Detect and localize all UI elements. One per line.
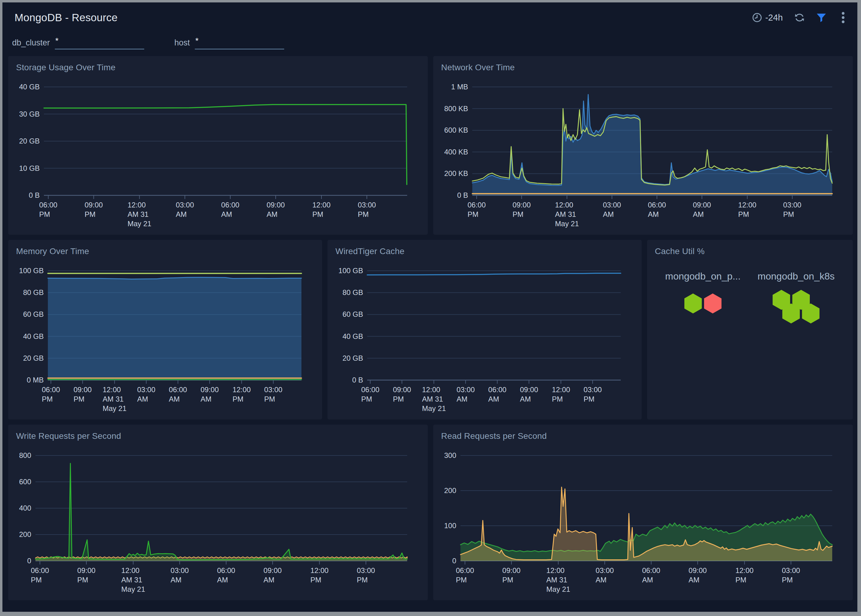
hex-group: mongodb_on_p...	[665, 271, 740, 415]
y-axis-label: 80 GB	[23, 288, 44, 297]
y-axis-label: 80 GB	[342, 288, 363, 297]
x-axis-label: 06:00AM	[217, 566, 235, 585]
kebab-menu-icon[interactable]	[838, 13, 848, 23]
hex-group-label: mongodb_on_k8s	[758, 271, 835, 282]
x-axis-label: 09:00AM	[267, 200, 285, 219]
panel-grid: Storage Usage Over Time 40 GB30 GB20 GB1…	[2, 52, 857, 600]
x-axis-label: 03:00PM	[782, 566, 800, 585]
panel-read-requests: Read Requests per Second 300200100006:00…	[433, 424, 853, 600]
x-axis-label: 06:00PM	[456, 566, 474, 585]
y-axis-label: 800	[19, 451, 31, 460]
y-axis-label: 40 GB	[342, 332, 363, 341]
x-axis-label: 12:00AM 31May 21	[555, 200, 579, 228]
write-requests-chart[interactable]: 800600400200006:00PM09:00PM12:00AM 31May…	[15, 443, 421, 596]
panel-cache-util: Cache Util % mongodb_on_p...mongodb_on_k…	[647, 240, 853, 420]
time-range-button[interactable]: -24h	[752, 13, 783, 23]
x-axis-label: 12:00PM	[552, 385, 570, 404]
x-axis-label: 03:00AM	[456, 385, 475, 404]
x-axis-label: 12:00PM	[735, 566, 754, 585]
filter-db-cluster-input[interactable]: *	[55, 36, 144, 49]
panel-title-storage: Storage Usage Over Time	[15, 61, 421, 72]
x-axis-label: 09:00AM	[520, 385, 538, 404]
x-axis-label: 09:00PM	[393, 385, 411, 404]
y-axis-label: 100 GB	[338, 266, 363, 275]
filter-db-cluster: db_cluster *	[12, 36, 144, 49]
read-requests-chart[interactable]: 300200100006:00PM09:00PM12:00AM 31May 21…	[440, 443, 846, 596]
dashboard-header: MongoDB - Resource -24h	[2, 2, 857, 33]
x-axis-label: 09:00PM	[74, 385, 92, 404]
hex-group: mongodb_on_k8s	[758, 271, 835, 415]
x-axis-label: 03:00AM	[137, 385, 156, 404]
y-axis-label: 600 KB	[444, 126, 468, 135]
panel-title-network: Network Over Time	[440, 61, 846, 72]
x-axis-label: 06:00PM	[42, 385, 60, 404]
x-axis-label: 06:00PM	[39, 200, 57, 219]
y-axis-label: 100 GB	[19, 266, 44, 275]
x-axis-label: 09:00PM	[77, 566, 95, 585]
panel-title-wiredtiger: WiredTiger Cache	[334, 245, 635, 256]
memory-chart[interactable]: 100 GB80 GB60 GB40 GB20 GB0 MB06:00PM09:…	[15, 258, 315, 415]
x-axis-label: 12:00PM	[312, 200, 331, 219]
panel-title-read-requests: Read Requests per Second	[440, 429, 846, 441]
panel-memory: Memory Over Time 100 GB80 GB60 GB40 GB20…	[8, 240, 322, 420]
y-axis-label: 200 KB	[444, 169, 468, 178]
x-axis-label: 12:00AM 31May 21	[127, 200, 151, 228]
filter-db-cluster-label: db_cluster	[12, 38, 50, 49]
hexagon-cell[interactable]	[704, 294, 722, 313]
panel-write-requests: Write Requests per Second 80060040020000…	[8, 424, 428, 600]
refresh-icon[interactable]	[794, 13, 805, 23]
y-axis-label: 0 MB	[27, 376, 44, 385]
x-axis-label: 03:00PM	[264, 385, 282, 404]
y-axis-label: 300	[444, 451, 456, 460]
x-axis-label: 09:00AM	[689, 566, 707, 585]
storage-usage-chart[interactable]: 40 GB30 GB20 GB10 GB0 B06:00PM09:00PM12:…	[15, 74, 421, 231]
x-axis-label: 06:00AM	[221, 200, 239, 219]
y-axis-label: 20 GB	[23, 354, 44, 363]
filter-host: host *	[175, 36, 284, 49]
series-line-cache_size_gb	[367, 273, 621, 275]
x-axis-label: 09:00PM	[513, 200, 531, 219]
page-title: MongoDB - Resource	[14, 11, 118, 24]
x-axis-label: 12:00AM 31May 21	[422, 385, 446, 413]
y-axis-label: 0	[27, 556, 31, 566]
y-axis-label: 40 GB	[23, 332, 44, 341]
y-axis-label: 40 GB	[19, 82, 40, 91]
y-axis-label: 100	[444, 521, 456, 530]
y-axis-label: 1 MB	[451, 82, 468, 91]
x-axis-label: 12:00PM	[310, 566, 328, 585]
x-axis-label: 09:00PM	[85, 200, 103, 219]
x-axis-label: 12:00PM	[738, 200, 757, 219]
y-axis-label: 600	[19, 477, 31, 486]
y-axis-label: 200	[444, 486, 456, 495]
hexagon-cell[interactable]	[685, 294, 702, 313]
x-axis-label: 03:00PM	[783, 200, 801, 219]
y-axis-label: 30 GB	[19, 110, 40, 119]
panel-title-memory: Memory Over Time	[15, 245, 315, 256]
y-axis-label: 200	[19, 530, 31, 539]
panel-title-write-requests: Write Requests per Second	[15, 429, 421, 441]
x-axis-label: 03:00PM	[584, 385, 602, 404]
x-axis-label: 06:00AM	[488, 385, 507, 404]
wiredtiger-chart[interactable]: 100 GB80 GB60 GB40 GB20 GB0 B06:00PM09:0…	[334, 258, 635, 415]
x-axis-label: 06:00PM	[361, 385, 379, 404]
cache-util-honeycomb: mongodb_on_p...mongodb_on_k8s	[654, 256, 847, 415]
y-axis-label: 400	[19, 504, 31, 513]
x-axis-label: 03:00PM	[358, 200, 376, 219]
x-axis-label: 12:00AM 31May 21	[103, 385, 127, 413]
x-axis-label: 06:00PM	[467, 200, 486, 219]
x-axis-label: 03:00AM	[176, 200, 194, 219]
filter-host-input[interactable]: *	[195, 36, 284, 49]
y-axis-label: 20 GB	[342, 354, 363, 363]
y-axis-label: 0	[452, 556, 456, 566]
x-axis-label: 06:00PM	[31, 566, 49, 585]
network-chart[interactable]: 1 MB800 KB600 KB400 KB200 KB0 B06:00PM09…	[440, 74, 846, 231]
x-axis-label: 12:00PM	[232, 385, 250, 404]
panel-storage-usage: Storage Usage Over Time 40 GB30 GB20 GB1…	[8, 56, 428, 235]
filter-icon[interactable]	[816, 13, 826, 23]
x-axis-label: 09:00AM	[201, 385, 219, 404]
x-axis-label: 03:00AM	[596, 566, 614, 585]
filter-host-label: host	[175, 38, 190, 49]
x-axis-label: 06:00AM	[642, 566, 660, 585]
x-axis-label: 12:00AM 31May 21	[121, 566, 145, 594]
y-axis-label: 800 KB	[444, 104, 468, 113]
